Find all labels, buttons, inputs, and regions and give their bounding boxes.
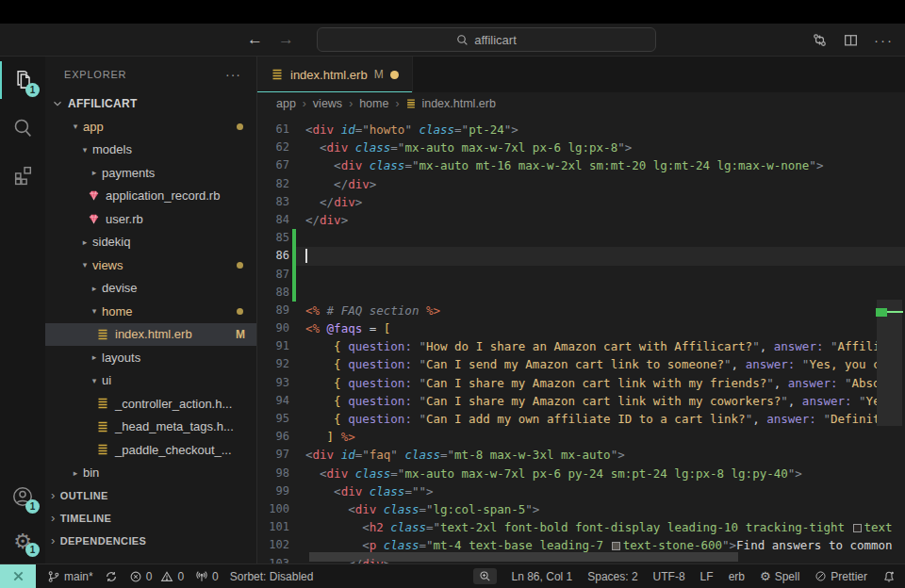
line-number[interactable]: 96 [257,428,289,446]
twisty-closed-icon[interactable]: ▸ [87,352,102,362]
code-line-93[interactable]: 93 { question: "Can I share my Amazon ca… [257,374,905,392]
code-line-97[interactable]: 97<div id="faq" class="mt-8 max-w-3xl mx… [257,446,905,464]
tree-item-views[interactable]: ▾views [45,253,256,277]
remote-indicator[interactable] [0,564,36,588]
extensions-activity-icon[interactable] [0,151,45,198]
code-line-84[interactable]: 84</div> [257,211,905,229]
tab-index-html-erb[interactable]: index.html.erb M [257,57,413,92]
breadcrumb-views[interactable]: views [313,97,342,110]
code-line-100[interactable]: 100 <div class="lg:col-span-5"> [257,500,905,518]
tree-item--controller-action-h-[interactable]: _controller_action.h... [45,392,256,416]
code-line-82[interactable]: 82 </div> [257,175,905,193]
settings-activity-icon[interactable]: ⚙ 1 [0,520,45,564]
code-line-91[interactable]: 91 { question: "How do I share an Amazon… [257,337,905,355]
indentation-item[interactable]: Spaces: 2 [587,570,637,583]
code-line-89[interactable]: 89<% # FAQ section %> [257,302,905,319]
compare-changes-icon[interactable] [812,32,828,48]
code-line-62[interactable]: 62 <div class="mx-auto max-w-7xl px-6 lg… [257,139,905,156]
tree-item--paddle-checkout-[interactable]: _paddle_checkout_... [45,438,256,462]
line-number[interactable]: 98 [257,465,289,482]
line-number[interactable]: 82 [257,175,289,193]
line-number[interactable]: 85 [257,229,289,247]
code-line-88[interactable]: 88 [257,284,905,302]
more-actions-icon[interactable]: ··· [874,32,894,48]
section-timeline[interactable]: ›TIMELINE [45,507,256,530]
minimap-slider[interactable] [877,300,902,426]
twisty-open-icon[interactable]: ▾ [68,122,83,131]
problems-item[interactable]: 0 0 [129,570,184,583]
code-line-87[interactable]: 87 [257,266,905,284]
line-number[interactable]: 83 [257,193,289,211]
breadcrumb-file[interactable]: index.html.erb [405,97,496,110]
tree-item-application-record-rb[interactable]: application_record.rb [45,185,256,208]
breadcrumb-app[interactable]: app [276,97,296,110]
tree-item-bin[interactable]: ▸bin [45,462,256,485]
tree-item-payments[interactable]: ▸payments [45,161,256,185]
line-number[interactable]: 91 [257,337,289,355]
forward-arrow-icon[interactable]: → [278,30,294,49]
line-number[interactable]: 94 [257,392,289,410]
line-number[interactable]: 90 [257,319,289,337]
line-number[interactable]: 102 [257,536,289,554]
twisty-closed-icon[interactable]: ▸ [87,284,102,293]
section-outline[interactable]: ›OUTLINE [45,484,256,507]
code-line-95[interactable]: 95 { question: "Can I add my own affilia… [257,410,905,428]
language-mode-item[interactable]: erb [729,570,745,583]
tree-item-layouts[interactable]: ▸layouts [45,346,256,369]
unsaved-dot-icon[interactable] [390,71,399,79]
tree-item-home[interactable]: ▾home [45,300,256,323]
sync-item[interactable] [105,570,118,583]
notifications-item[interactable] [882,570,896,583]
tree-item-user-rb[interactable]: user.rb [45,207,256,231]
cursor-position-item[interactable]: Ln 86, Col 1 [512,570,573,583]
code-area[interactable]: 61<div id="howto" class="pt-24">62 <div … [257,115,905,564]
tree-item-index-html-erb[interactable]: index.html.erbM [45,323,256,347]
command-center-search[interactable]: affilicart [317,27,656,52]
code-line-96[interactable]: 96 ] %> [257,428,905,446]
spell-checker-item[interactable]: ⚙ Spell [760,570,799,583]
project-root-row[interactable]: AFFILICART [45,91,256,115]
prettier-item[interactable]: Prettier [814,570,867,583]
code-line-90[interactable]: 90<% @faqs = [ [257,319,905,337]
line-number[interactable]: 62 [257,139,289,156]
code-line-92[interactable]: 92 { question: "Can I send my Amazon car… [257,355,905,373]
line-number[interactable]: 89 [257,302,289,319]
line-number[interactable]: 100 [257,500,289,518]
explorer-more-icon[interactable]: ··· [225,67,241,82]
line-number[interactable]: 95 [257,410,289,428]
code-line-85[interactable]: 85 [257,229,905,247]
tree-item-devise[interactable]: ▸devise [45,277,256,301]
twisty-open-icon[interactable]: ▾ [87,306,102,316]
explorer-activity-icon[interactable]: 1 [0,57,45,104]
tree-item-app[interactable]: ▾app [45,115,256,139]
twisty-closed-icon[interactable]: ▸ [68,468,83,478]
git-branch-item[interactable]: main* [47,570,93,583]
line-number[interactable]: 84 [257,211,289,229]
code-line-61[interactable]: 61<div id="howto" class="pt-24"> [257,121,905,139]
code-line-94[interactable]: 94 { question: "Can I share my Amazon ca… [257,392,905,410]
tree-item--head-meta-tags-h-[interactable]: _head_meta_tags.h... [45,416,256,439]
code-line-101[interactable]: 101 <h2 class="text-2xl font-bold font-d… [257,518,905,536]
back-arrow-icon[interactable]: ← [247,30,263,49]
code-line-98[interactable]: 98 <div class="mx-auto max-w-7xl px-6 py… [257,465,905,482]
twisty-closed-icon[interactable]: ▸ [87,168,102,177]
encoding-item[interactable]: UTF-8 [653,570,685,583]
search-activity-icon[interactable] [0,104,45,151]
tree-item-models[interactable]: ▾models [45,139,256,162]
eol-item[interactable]: LF [700,570,714,583]
line-number[interactable]: 97 [257,446,289,464]
code-line-67[interactable]: 67 <div class="mx-auto mt-16 max-w-2xl s… [257,156,905,174]
sorbet-item[interactable]: Sorbet: Disabled [230,570,314,583]
tree-item-sidekiq[interactable]: ▸sidekiq [45,231,256,254]
line-number[interactable]: 101 [257,518,289,536]
twisty-open-icon[interactable]: ▾ [87,376,102,385]
line-number[interactable]: 92 [257,355,289,373]
line-number[interactable]: 99 [257,482,289,500]
split-editor-icon[interactable] [843,32,859,48]
code-line-99[interactable]: 99 <div class=""> [257,482,905,500]
horizontal-scrollbar[interactable] [309,552,738,562]
line-number[interactable]: 67 [257,156,289,174]
line-number[interactable]: 103 [257,555,289,564]
account-activity-icon[interactable]: 1 [0,473,45,520]
line-number[interactable]: 88 [257,284,289,302]
